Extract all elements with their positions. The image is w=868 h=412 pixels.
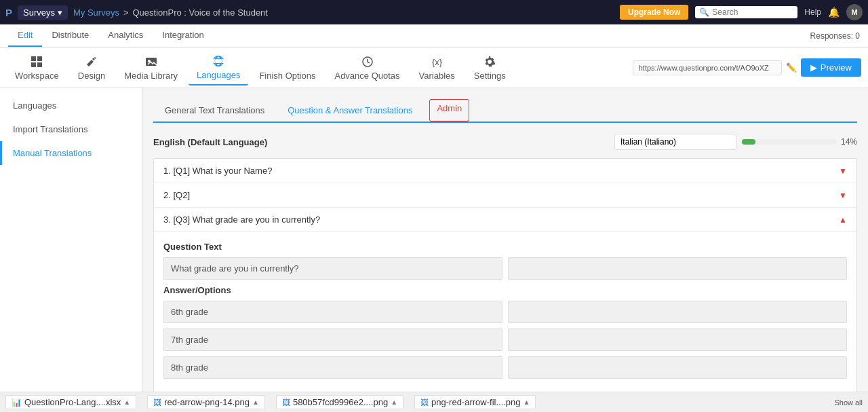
answer-2-italian-input[interactable] [508,329,847,351]
advance-quotas-icon [361,55,374,69]
answer-3-english-input[interactable] [163,356,502,379]
toolbar-workspace[interactable]: Workspace [7,51,67,85]
question-row-2[interactable]: 2. [Q2] ▼ [154,183,856,208]
breadcrumb: My Surveys > QuestionPro : Voice of the … [73,7,268,18]
file-name-3: 580b57fcd9996e2....png [293,397,388,407]
tab-edit[interactable]: Edit [8,24,42,47]
design-label: Design [78,71,105,81]
variables-icon: {x} [430,55,443,69]
xlsx-icon: 📊 [12,398,22,407]
settings-icon [483,55,496,69]
tab-distribute[interactable]: Distribute [42,24,98,47]
answer-1-english-input[interactable] [163,301,502,323]
question-arrow-2: ▼ [839,191,847,200]
general-text-tab-label: General Text Translations [165,105,264,115]
content-area: General Text Translations Question & Ans… [142,88,868,392]
translation-header: English (Default Language) Italian (Ital… [153,134,857,150]
preview-play-icon: ▶ [810,62,817,73]
answer-row-2 [163,329,847,351]
finish-options-icon [281,55,294,69]
sidebar-manual-label: Manual Translations [13,148,92,158]
file-name-4: png-red-arrow-fil....png [431,397,521,407]
app-icon: P [5,7,12,18]
question-text-italian-input[interactable] [508,257,847,280]
toolbar-settings[interactable]: Settings [466,51,514,85]
question-row-1[interactable]: 1. [Q1] What is your Name? ▼ [154,159,856,183]
progress-fill [742,139,755,145]
preview-button[interactable]: ▶ Preview [801,58,861,77]
edit-url-icon[interactable]: ✏️ [786,62,797,73]
toolbar-finish-options[interactable]: Finish Options [251,51,323,85]
file-chevron-1: ▲ [123,398,130,406]
surveys-dropdown-button[interactable]: Surveys ▾ [18,5,68,20]
file-chevron-3: ▲ [391,398,397,406]
svg-rect-1 [37,56,42,61]
question-text-english-input[interactable] [163,257,502,280]
tab-general-text[interactable]: General Text Translations [153,99,276,121]
toolbar-advance-quotas[interactable]: Advance Quotas [326,51,408,85]
png-icon-1: 🖼 [153,398,161,407]
question-text-1: 1. [Q1] What is your Name? [163,166,272,176]
translation-edit: Question Text Answer/Options [154,232,856,392]
content-tabs: General Text Translations Question & Ans… [153,99,857,123]
file-name-1: QuestionPro-Lang....xlsx [24,397,121,407]
svg-rect-0 [31,56,36,61]
question-row-3[interactable]: 3. [Q3] What grade are you in currently?… [154,208,856,232]
my-surveys-link[interactable]: My Surveys [73,7,119,18]
toolbar-variables[interactable]: {x} Variables [411,51,463,85]
tab-analytics[interactable]: Analytics [98,24,153,47]
languages-label: Languages [197,70,240,80]
preview-label: Preview [821,62,852,73]
toolbar-design[interactable]: Design [70,51,113,85]
design-icon [85,55,98,69]
language-select-container: Italian (Italiano) 14% [614,134,857,150]
main-content: Languages Import Translations Manual Tra… [0,88,868,392]
bottom-bar: 📊 QuestionPro-Lang....xlsx ▲ 🖼 red-arrow… [0,392,868,412]
sidebar-item-import-translations[interactable]: Import Translations [0,117,142,141]
bottom-file-4[interactable]: 🖼 png-red-arrow-fil....png ▲ [414,395,536,409]
settings-label: Settings [474,71,506,81]
show-all-button[interactable]: Show all [834,398,863,407]
toolbar-media-library[interactable]: Media Library [116,51,186,85]
answer-3-italian-input[interactable] [508,356,847,379]
breadcrumb-separator: > [123,7,129,18]
tab-integration[interactable]: Integration [153,24,213,47]
question-text-3: 3. [Q3] What grade are you in currently? [163,214,320,225]
sidebar-item-manual-translations[interactable]: Manual Translations [0,141,142,165]
toolbar-languages[interactable]: Languages [189,50,248,86]
bottom-file-2[interactable]: 🖼 red-arrow-png-14.png ▲ [147,395,265,409]
question-answer-tab-label: Question & Answer Translations [288,105,412,115]
surveys-label: Surveys [23,7,55,18]
search-input[interactable] [712,7,793,17]
bell-icon[interactable]: 🔔 [828,7,840,18]
answer-1-italian-input[interactable] [508,301,847,323]
png-icon-3: 🖼 [420,398,429,407]
app-logo: P [5,7,12,18]
toolbar: Workspace Design Media Library Languages… [0,48,868,88]
language-select[interactable]: Italian (Italiano) [614,134,736,150]
responses-count: Responses: 0 [810,31,860,41]
bottom-file-1[interactable]: 📊 QuestionPro-Lang....xlsx ▲ [5,395,136,409]
question-text-translation-row [163,257,847,280]
answer-2-english-input[interactable] [163,329,502,351]
svg-text:{x}: {x} [432,57,443,67]
png-icon-2: 🖼 [282,398,290,407]
media-library-label: Media Library [124,71,178,81]
answer-row-3 [163,356,847,379]
answer-options-section-label: Answer/Options [163,285,847,295]
default-language-label: English (Default Language) [153,137,267,147]
file-chevron-4: ▲ [524,398,530,406]
svg-rect-3 [37,62,42,67]
bottom-file-3[interactable]: 🖼 580b57fcd9996e2....png ▲ [276,395,403,409]
avatar[interactable]: M [846,4,863,20]
upgrade-now-button[interactable]: Upgrade Now [620,5,688,20]
dropdown-arrow-icon: ▾ [58,7,62,18]
sidebar-item-languages[interactable]: Languages [0,94,142,117]
search-icon: 🔍 [699,7,709,17]
workspace-label: Workspace [15,71,59,81]
variables-label: Variables [419,71,455,81]
tab-admin[interactable]: Admin [429,99,469,121]
media-library-icon [144,55,158,69]
tab-question-answer[interactable]: Question & Answer Translations [276,99,424,123]
svg-rect-2 [31,62,36,67]
